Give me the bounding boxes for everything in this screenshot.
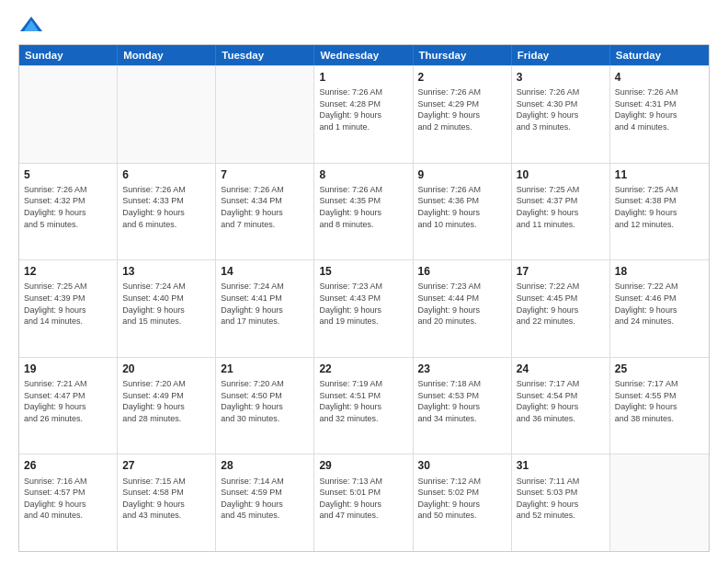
day-number: 3: [517, 70, 605, 85]
cell-text: Sunrise: 7:26 AM Sunset: 4:32 PM Dayligh…: [24, 184, 112, 230]
calendar-cell: 16Sunrise: 7:23 AM Sunset: 4:44 PM Dayli…: [414, 260, 512, 357]
day-number: 17: [517, 264, 605, 279]
calendar-cell: 24Sunrise: 7:17 AM Sunset: 4:54 PM Dayli…: [512, 358, 610, 454]
calendar-cell: 12Sunrise: 7:25 AM Sunset: 4:39 PM Dayli…: [19, 260, 118, 357]
weekday-header-saturday: Saturday: [610, 45, 709, 65]
day-number: 5: [24, 167, 112, 182]
cell-text: Sunrise: 7:21 AM Sunset: 4:47 PM Dayligh…: [24, 378, 112, 424]
calendar: SundayMondayTuesdayWednesdayThursdayFrid…: [18, 44, 710, 552]
logo-icon: [18, 15, 44, 35]
calendar-cell: [118, 66, 216, 163]
page: SundayMondayTuesdayWednesdayThursdayFrid…: [0, 0, 728, 563]
day-number: 24: [517, 362, 605, 376]
cell-text: Sunrise: 7:20 AM Sunset: 4:50 PM Dayligh…: [221, 378, 309, 424]
calendar-week-5: 26Sunrise: 7:16 AM Sunset: 4:57 PM Dayli…: [19, 454, 709, 551]
day-number: 1: [319, 70, 407, 85]
day-number: 4: [615, 70, 704, 85]
weekday-header-friday: Friday: [512, 45, 610, 65]
day-number: 21: [221, 362, 309, 376]
calendar-week-4: 19Sunrise: 7:21 AM Sunset: 4:47 PM Dayli…: [19, 357, 709, 454]
day-number: 10: [517, 167, 605, 182]
calendar-cell: 10Sunrise: 7:25 AM Sunset: 4:37 PM Dayli…: [512, 164, 610, 260]
cell-text: Sunrise: 7:22 AM Sunset: 4:46 PM Dayligh…: [615, 281, 704, 327]
calendar-cell: 25Sunrise: 7:17 AM Sunset: 4:55 PM Dayli…: [610, 358, 709, 454]
day-number: 26: [24, 458, 112, 473]
cell-text: Sunrise: 7:24 AM Sunset: 4:40 PM Dayligh…: [122, 281, 210, 327]
day-number: 12: [24, 264, 112, 279]
calendar-week-1: 1Sunrise: 7:26 AM Sunset: 4:28 PM Daylig…: [19, 65, 709, 163]
calendar-cell: 31Sunrise: 7:11 AM Sunset: 5:03 PM Dayli…: [512, 454, 610, 551]
cell-text: Sunrise: 7:23 AM Sunset: 4:43 PM Dayligh…: [319, 281, 407, 327]
cell-text: Sunrise: 7:26 AM Sunset: 4:31 PM Dayligh…: [615, 86, 704, 132]
cell-text: Sunrise: 7:14 AM Sunset: 4:59 PM Dayligh…: [221, 476, 309, 522]
cell-text: Sunrise: 7:26 AM Sunset: 4:34 PM Dayligh…: [221, 184, 309, 230]
logo: [18, 15, 48, 35]
day-number: 20: [122, 362, 210, 376]
cell-text: Sunrise: 7:25 AM Sunset: 4:38 PM Dayligh…: [615, 184, 704, 230]
cell-text: Sunrise: 7:26 AM Sunset: 4:30 PM Dayligh…: [517, 86, 605, 132]
calendar-cell: 30Sunrise: 7:12 AM Sunset: 5:02 PM Dayli…: [414, 454, 512, 551]
calendar-cell: [610, 454, 709, 551]
weekday-header-wednesday: Wednesday: [314, 45, 413, 65]
calendar-body: 1Sunrise: 7:26 AM Sunset: 4:28 PM Daylig…: [19, 65, 709, 551]
day-number: 15: [319, 264, 407, 279]
cell-text: Sunrise: 7:22 AM Sunset: 4:45 PM Dayligh…: [517, 281, 605, 327]
cell-text: Sunrise: 7:20 AM Sunset: 4:49 PM Dayligh…: [122, 378, 210, 424]
cell-text: Sunrise: 7:13 AM Sunset: 5:01 PM Dayligh…: [319, 476, 407, 522]
calendar-cell: 17Sunrise: 7:22 AM Sunset: 4:45 PM Dayli…: [512, 260, 610, 357]
cell-text: Sunrise: 7:16 AM Sunset: 4:57 PM Dayligh…: [24, 476, 112, 522]
day-number: 7: [221, 167, 309, 182]
day-number: 28: [221, 458, 309, 473]
calendar-cell: 13Sunrise: 7:24 AM Sunset: 4:40 PM Dayli…: [118, 260, 216, 357]
cell-text: Sunrise: 7:23 AM Sunset: 4:44 PM Dayligh…: [418, 281, 506, 327]
day-number: 22: [319, 362, 407, 376]
calendar-cell: 26Sunrise: 7:16 AM Sunset: 4:57 PM Dayli…: [19, 454, 118, 551]
cell-text: Sunrise: 7:12 AM Sunset: 5:02 PM Dayligh…: [418, 476, 506, 522]
weekday-header-monday: Monday: [118, 45, 216, 65]
calendar-cell: 9Sunrise: 7:26 AM Sunset: 4:36 PM Daylig…: [414, 164, 512, 260]
calendar-cell: 3Sunrise: 7:26 AM Sunset: 4:30 PM Daylig…: [512, 66, 610, 163]
day-number: 6: [122, 167, 210, 182]
weekday-header-sunday: Sunday: [19, 45, 118, 65]
calendar-cell: 23Sunrise: 7:18 AM Sunset: 4:53 PM Dayli…: [414, 358, 512, 454]
cell-text: Sunrise: 7:26 AM Sunset: 4:28 PM Dayligh…: [319, 86, 407, 132]
cell-text: Sunrise: 7:26 AM Sunset: 4:33 PM Dayligh…: [122, 184, 210, 230]
calendar-cell: 28Sunrise: 7:14 AM Sunset: 4:59 PM Dayli…: [216, 454, 314, 551]
weekday-header-tuesday: Tuesday: [216, 45, 314, 65]
day-number: 11: [615, 167, 704, 182]
cell-text: Sunrise: 7:19 AM Sunset: 4:51 PM Dayligh…: [319, 378, 407, 424]
day-number: 13: [122, 264, 210, 279]
calendar-cell: 11Sunrise: 7:25 AM Sunset: 4:38 PM Dayli…: [610, 164, 709, 260]
cell-text: Sunrise: 7:25 AM Sunset: 4:39 PM Dayligh…: [24, 281, 112, 327]
cell-text: Sunrise: 7:17 AM Sunset: 4:54 PM Dayligh…: [517, 378, 605, 424]
header: [18, 15, 710, 35]
calendar-cell: 19Sunrise: 7:21 AM Sunset: 4:47 PM Dayli…: [19, 358, 118, 454]
day-number: 16: [418, 264, 506, 279]
cell-text: Sunrise: 7:26 AM Sunset: 4:35 PM Dayligh…: [319, 184, 407, 230]
calendar-cell: 5Sunrise: 7:26 AM Sunset: 4:32 PM Daylig…: [19, 164, 118, 260]
calendar-week-3: 12Sunrise: 7:25 AM Sunset: 4:39 PM Dayli…: [19, 259, 709, 357]
calendar-cell: 14Sunrise: 7:24 AM Sunset: 4:41 PM Dayli…: [216, 260, 314, 357]
calendar-cell: 20Sunrise: 7:20 AM Sunset: 4:49 PM Dayli…: [118, 358, 216, 454]
cell-text: Sunrise: 7:18 AM Sunset: 4:53 PM Dayligh…: [418, 378, 506, 424]
day-number: 14: [221, 264, 309, 279]
calendar-cell: 21Sunrise: 7:20 AM Sunset: 4:50 PM Dayli…: [216, 358, 314, 454]
day-number: 19: [24, 362, 112, 376]
calendar-cell: 4Sunrise: 7:26 AM Sunset: 4:31 PM Daylig…: [610, 66, 709, 163]
calendar-week-2: 5Sunrise: 7:26 AM Sunset: 4:32 PM Daylig…: [19, 163, 709, 260]
weekday-header-thursday: Thursday: [414, 45, 512, 65]
calendar-cell: 8Sunrise: 7:26 AM Sunset: 4:35 PM Daylig…: [314, 164, 413, 260]
calendar-cell: 1Sunrise: 7:26 AM Sunset: 4:28 PM Daylig…: [314, 66, 413, 163]
calendar-cell: 27Sunrise: 7:15 AM Sunset: 4:58 PM Dayli…: [118, 454, 216, 551]
day-number: 31: [517, 458, 605, 473]
calendar-cell: 15Sunrise: 7:23 AM Sunset: 4:43 PM Dayli…: [314, 260, 413, 357]
day-number: 23: [418, 362, 506, 376]
cell-text: Sunrise: 7:11 AM Sunset: 5:03 PM Dayligh…: [517, 476, 605, 522]
cell-text: Sunrise: 7:24 AM Sunset: 4:41 PM Dayligh…: [221, 281, 309, 327]
calendar-cell: 29Sunrise: 7:13 AM Sunset: 5:01 PM Dayli…: [314, 454, 413, 551]
cell-text: Sunrise: 7:15 AM Sunset: 4:58 PM Dayligh…: [122, 476, 210, 522]
day-number: 18: [615, 264, 704, 279]
day-number: 8: [319, 167, 407, 182]
cell-text: Sunrise: 7:17 AM Sunset: 4:55 PM Dayligh…: [615, 378, 704, 424]
calendar-cell: 7Sunrise: 7:26 AM Sunset: 4:34 PM Daylig…: [216, 164, 314, 260]
